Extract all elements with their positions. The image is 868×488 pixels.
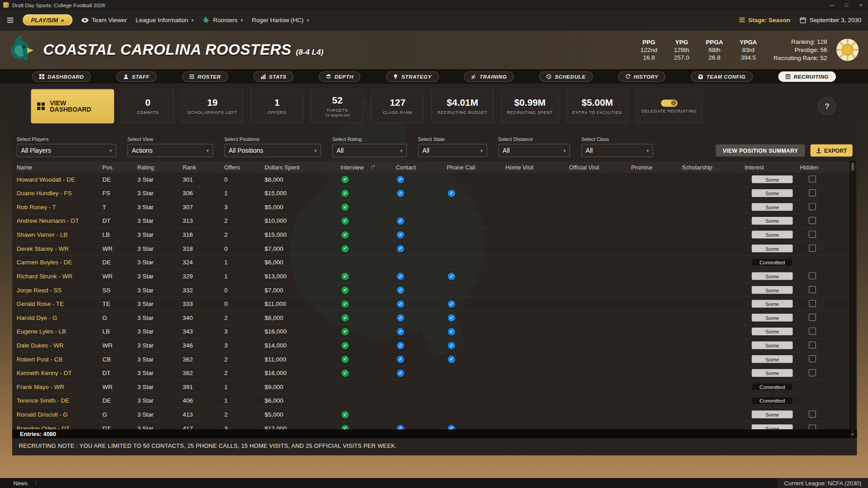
column-header-name[interactable]: Name [17, 164, 103, 170]
tab-schedule[interactable]: SCHEDULE [539, 71, 593, 81]
player-name-link[interactable]: Shawn Varner - LB [17, 231, 103, 238]
player-name-link[interactable]: Eugene Lyles - LB [17, 328, 103, 335]
table-row[interactable]: Gerald Rose - TETE3 Star3330$11,000✓✓✓So… [17, 297, 853, 311]
filter-select-select-rating[interactable]: All▾ [332, 144, 407, 157]
table-row[interactable]: Ronald Driscoll - GG3 Star4132$5,000✓Som… [17, 408, 853, 422]
player-name-link[interactable]: Gerald Rose - TE [17, 300, 103, 307]
table-row[interactable]: Howard Woodall - DEDE3 Star3010$8,000✓✓S… [17, 173, 853, 187]
hidden-checkbox[interactable] [809, 230, 816, 238]
tab-recruiting[interactable]: RECRUITING [778, 71, 836, 81]
player-name-link[interactable]: Richard Strunk - WR [17, 273, 103, 280]
table-row[interactable]: Derek Stacey - WRWR3 Star3180$7,000✓✓Som… [17, 242, 853, 256]
column-header-rating[interactable]: Rating [137, 164, 183, 170]
table-row[interactable]: Harold Dye - GG3 Star3402$8,000✓✓✓Some [17, 311, 853, 325]
hidden-checkbox[interactable] [809, 314, 816, 321]
player-name-link[interactable]: Rob Roney - T [17, 204, 103, 211]
filter-select-select-state[interactable]: All▾ [418, 144, 487, 157]
tab-roster[interactable]: ROSTER [182, 71, 228, 81]
column-header-dollars-spent[interactable]: Dollars Spent [264, 164, 340, 170]
table-row[interactable]: Duane Hundley - FSFS3 Star3061$15,000✓✓✓… [17, 187, 853, 201]
column-header-promise[interactable]: Promise [631, 164, 682, 170]
scrollbar-thumb[interactable] [851, 163, 854, 171]
scrollbar-down-arrow[interactable]: ▾ [850, 432, 855, 436]
hidden-checkbox[interactable] [809, 410, 816, 418]
table-row[interactable]: Terence Smith - DEDE3 Star4061$6,000Comm… [17, 394, 853, 408]
filter-select-select-class[interactable]: All▾ [581, 144, 653, 157]
nav-coach[interactable]: Roger Harlow (HC) ▾ [252, 17, 309, 23]
table-scrollbar[interactable]: ▾ [850, 161, 855, 437]
menu-icon[interactable] [7, 17, 14, 23]
nav-roosters[interactable]: Roosters ▾ [203, 16, 243, 23]
hidden-checkbox[interactable] [809, 341, 816, 348]
filter-select-select-view[interactable]: Actions▾ [127, 144, 213, 157]
column-header-interest[interactable]: Interest [745, 164, 800, 170]
table-row[interactable]: Rob Roney - TT3 Star3073$5,000✓Some [17, 200, 853, 214]
table-row[interactable]: Andrew Neumann - DTDT3 Star3132$10,000✓✓… [17, 214, 853, 228]
table-row[interactable]: Frank Mayo - WRWR3 Star3911$9,000Committ… [17, 380, 853, 394]
player-name-link[interactable]: Derek Stacey - WR [17, 245, 103, 252]
tab-training[interactable]: TRAINING [464, 71, 514, 81]
hidden-checkbox[interactable] [809, 175, 816, 183]
nav-league-information[interactable]: League Information ▾ [136, 17, 193, 23]
player-name-link[interactable]: Andrew Neumann - DT [17, 217, 103, 224]
column-header-offers[interactable]: Offers [224, 164, 264, 170]
column-header-rank[interactable]: Rank [183, 164, 224, 170]
table-row[interactable]: Richard Strunk - WRWR3 Star3291$13,000✓✓… [17, 269, 853, 283]
table-row[interactable]: Carmen Boyles - DEDE3 Star3241$6,000Comm… [17, 256, 853, 270]
minimize-button[interactable]: — [825, 0, 839, 10]
column-header-hidden[interactable]: Hidden [800, 164, 852, 170]
hidden-checkbox[interactable] [809, 244, 816, 252]
player-name-link[interactable]: Robert Post - CB [17, 356, 103, 362]
column-header-interview[interactable]: Interview↑1 [340, 164, 396, 170]
filter-select-select-positions[interactable]: All Positions▾ [224, 144, 321, 157]
column-header-official-visit[interactable]: Official Visit [569, 164, 631, 170]
column-header-contact[interactable]: Contact [396, 164, 447, 170]
hidden-checkbox[interactable] [809, 327, 816, 334]
filter-select-select-distance[interactable]: All▾ [498, 144, 570, 157]
play-sim-button[interactable]: PLAY/SIM » [23, 14, 72, 25]
tab-dashboard[interactable]: DASHBOARD [32, 71, 91, 81]
player-name-link[interactable]: Duane Hundley - FS [17, 190, 103, 197]
player-name-link[interactable]: Ronald Driscoll - G [17, 411, 103, 418]
table-row[interactable]: Brandon Oden - DTDT3 Star4173$12,000✓✓✓S… [17, 422, 853, 429]
player-name-link[interactable]: Terence Smith - DE [17, 397, 103, 404]
hidden-checkbox[interactable] [809, 272, 816, 279]
table-row[interactable]: Dale Dukes - WRWR3 Star3463$14,000✓✓✓Som… [17, 338, 853, 352]
hidden-checkbox[interactable] [809, 300, 816, 307]
close-button[interactable]: × [854, 0, 868, 10]
player-name-link[interactable]: Howard Woodall - DE [17, 176, 103, 183]
maximize-button[interactable]: □ [839, 0, 854, 10]
tab-team-config[interactable]: TEAM CONFIG [691, 71, 753, 81]
player-name-link[interactable]: Brandon Oden - DT [17, 425, 103, 429]
player-name-link[interactable]: Kenneth Kenny - DT [17, 370, 103, 376]
hidden-checkbox[interactable] [809, 424, 816, 430]
table-row[interactable]: Jorge Reed - SSSS3 Star3320$7,000✓✓Some [17, 283, 853, 297]
tab-strategy[interactable]: STRATEGY [386, 71, 439, 81]
table-row[interactable]: Shawn Varner - LBLB3 Star3162$15,000✓✓So… [17, 228, 853, 242]
hidden-checkbox[interactable] [809, 286, 816, 293]
tab-stats[interactable]: STATS [253, 71, 293, 81]
filter-select-select-players[interactable]: All Players▾ [17, 144, 116, 157]
column-header-scholarship[interactable]: Scholarship [682, 164, 745, 170]
nav-team-viewer[interactable]: Team Viewer [81, 17, 127, 23]
column-header-home-visit[interactable]: Home Visit [505, 164, 569, 170]
column-header-phone-call[interactable]: Phone Call [447, 164, 505, 170]
table-row[interactable]: Kenneth Kenny - DTDT3 Star3822$16,000✓✓S… [17, 366, 853, 380]
player-name-link[interactable]: Frank Mayo - WR [17, 384, 103, 390]
news-tab[interactable]: News [0, 480, 36, 487]
table-row[interactable]: Eugene Lyles - LBLB3 Star3433$16,000✓✓✓S… [17, 325, 853, 339]
hidden-checkbox[interactable] [809, 216, 816, 224]
hidden-checkbox[interactable] [809, 355, 816, 362]
table-row[interactable]: Robert Post - CBCB3 Star3622$11,000✓✓✓So… [17, 352, 853, 366]
view-position-summary-button[interactable]: VIEW POSITION SUMMARY [716, 145, 805, 157]
column-header-pos[interactable]: Pos [103, 164, 137, 170]
hidden-checkbox[interactable] [809, 369, 816, 376]
delegate-recruiting-toggle[interactable] [661, 99, 678, 107]
hidden-checkbox[interactable] [809, 203, 816, 210]
player-name-link[interactable]: Harold Dye - G [17, 314, 103, 321]
player-name-link[interactable]: Dale Dukes - WR [17, 342, 103, 349]
tab-history[interactable]: HISTORY [618, 71, 665, 81]
hidden-checkbox[interactable] [809, 189, 816, 196]
tab-staff[interactable]: STAFF [116, 71, 156, 81]
player-name-link[interactable]: Carmen Boyles - DE [17, 259, 103, 266]
